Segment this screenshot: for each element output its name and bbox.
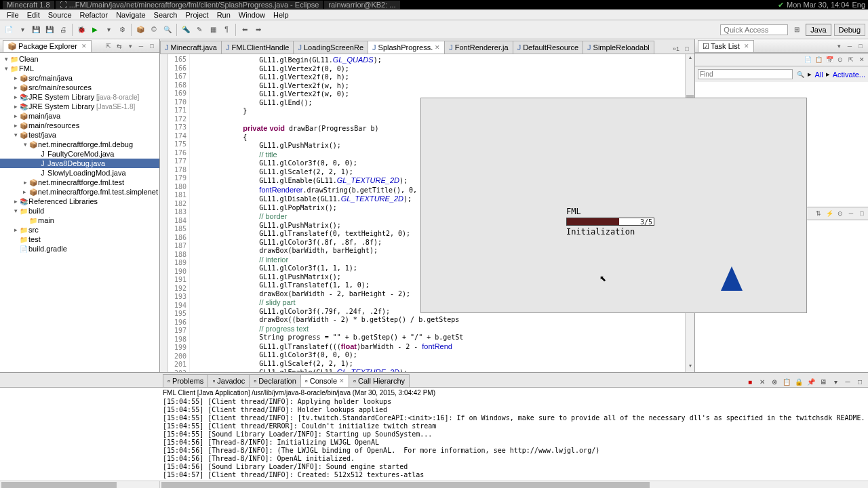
tree-item[interactable]: ▸📦src/main/java bbox=[0, 73, 159, 83]
toggle-ws-button[interactable]: ¶ bbox=[220, 24, 233, 36]
menu-window[interactable]: Window bbox=[235, 10, 269, 20]
minimize-icon[interactable]: ─ bbox=[845, 41, 854, 51]
expand-icon[interactable]: ▾ bbox=[12, 131, 19, 138]
close-icon[interactable]: ✕ bbox=[435, 44, 440, 51]
expand-icon[interactable]: ▸ bbox=[12, 84, 19, 91]
expand-icon[interactable]: ▾ bbox=[3, 65, 9, 72]
expand-icon[interactable]: ▸ bbox=[12, 103, 19, 110]
line-number-gutter[interactable]: 165 166 167 168 169 170 171 172 173 174 … bbox=[168, 54, 190, 372]
minimize-icon[interactable]: ─ bbox=[136, 41, 146, 51]
tree-item[interactable]: 📄build.gradle bbox=[0, 244, 159, 253]
marker-ruler[interactable] bbox=[160, 54, 168, 372]
editor-tab[interactable]: JDefaultResource bbox=[513, 41, 583, 54]
maximize-icon[interactable]: □ bbox=[856, 41, 865, 51]
menu-edit[interactable]: Edit bbox=[23, 10, 44, 20]
dropdown-icon[interactable]: ▾ bbox=[16, 24, 28, 36]
minimize-icon[interactable]: ─ bbox=[842, 376, 853, 387]
filter-icon[interactable]: ⚡ bbox=[825, 209, 834, 218]
open-type-button[interactable]: 🔍 bbox=[161, 24, 174, 36]
collapse-icon[interactable]: ⇱ bbox=[846, 55, 856, 64]
bottom-tab-call hierarchy[interactable]: ▫Call Hierarchy bbox=[349, 374, 410, 387]
run-dropdown[interactable]: ▾ bbox=[102, 24, 115, 36]
maximize-icon[interactable]: □ bbox=[682, 44, 692, 54]
tree-item[interactable]: 📁main bbox=[0, 216, 159, 225]
menu-source[interactable]: Source bbox=[44, 10, 76, 20]
tree-item[interactable]: ▾📦test/java bbox=[0, 130, 159, 140]
debug-perspective[interactable]: Debug bbox=[834, 24, 865, 36]
close-icon[interactable]: ✕ bbox=[81, 43, 87, 49]
search-icon[interactable]: 🔍 bbox=[795, 70, 805, 79]
bottom-tab-declaration[interactable]: ▫Declaration bbox=[249, 374, 301, 387]
menu-run[interactable]: Run bbox=[213, 10, 235, 20]
toggle-mark-button[interactable]: ✎ bbox=[193, 24, 205, 36]
focus-icon[interactable]: ⊙ bbox=[835, 209, 845, 218]
tree-item[interactable]: ▸📦net.minecraftforge.fml.test.simplenet bbox=[0, 187, 159, 197]
console-output[interactable]: [15:04:55] [Client thread/INFO]: Applyin… bbox=[0, 398, 868, 481]
scroll-down-icon[interactable]: ▾ bbox=[686, 363, 694, 372]
tree-item[interactable]: JSlowlyLoadingMod.java bbox=[0, 168, 159, 178]
display-icon[interactable]: 🖥 bbox=[818, 376, 829, 387]
close-icon[interactable]: ✕ bbox=[339, 378, 344, 384]
task-list-tab[interactable]: ☑ Task List ✕ bbox=[698, 40, 754, 52]
pin-icon[interactable]: 📌 bbox=[806, 376, 816, 387]
expand-icon[interactable]: ▸ bbox=[22, 179, 28, 186]
tree-item[interactable]: ▸📦main/resources bbox=[0, 121, 159, 130]
taskbar-item[interactable]: rainwarrior@KB2: ... bbox=[324, 1, 399, 9]
view-menu-icon[interactable]: ▾ bbox=[834, 41, 844, 51]
tree-item[interactable]: 📁test bbox=[0, 235, 159, 244]
expand-icon[interactable]: ▸ bbox=[12, 226, 19, 233]
expand-icon[interactable]: ▾ bbox=[3, 56, 9, 62]
toggle-block-button[interactable]: ▦ bbox=[207, 24, 219, 36]
run-button[interactable]: ▶ bbox=[89, 24, 101, 36]
view-menu-icon[interactable]: ▾ bbox=[125, 41, 135, 51]
close-icon[interactable]: ✕ bbox=[744, 43, 749, 49]
new-class-button[interactable]: © bbox=[148, 24, 160, 36]
focus-icon[interactable]: ⊙ bbox=[835, 55, 845, 64]
search-button[interactable]: 🔦 bbox=[180, 24, 192, 36]
expand-icon[interactable]: ▾ bbox=[22, 141, 28, 148]
expand-icon[interactable]: ▸ bbox=[22, 188, 28, 195]
menu-file[interactable]: File bbox=[3, 10, 23, 20]
tree-item[interactable]: ▸📦main/java bbox=[0, 111, 159, 121]
maximize-icon[interactable]: □ bbox=[857, 209, 867, 218]
expand-icon[interactable]: ▸ bbox=[12, 113, 19, 119]
editor-tab[interactable]: JLoadingScreenRe bbox=[293, 41, 368, 54]
package-tree[interactable]: ▾📁Clean▾📁FML▸📦src/main/java▸📦src/main/re… bbox=[0, 53, 159, 372]
menu-navigate[interactable]: Navigate bbox=[112, 10, 149, 20]
tree-item[interactable]: ▸📚Referenced Libraries bbox=[0, 197, 159, 206]
editor-tab[interactable]: JSplashProgress.✕ bbox=[368, 41, 445, 54]
minimize-icon[interactable]: ─ bbox=[846, 209, 856, 218]
maximize-icon[interactable]: □ bbox=[854, 376, 865, 387]
categorize-icon[interactable]: 📋 bbox=[814, 55, 823, 64]
activate-link[interactable]: Activate... bbox=[833, 70, 865, 79]
scroll-up-icon[interactable]: ▴ bbox=[686, 54, 694, 64]
remove-launch-icon[interactable]: ✕ bbox=[757, 376, 768, 387]
new-task-icon[interactable]: 📄 bbox=[803, 55, 812, 64]
tree-item[interactable]: ▸📚JRE System Library [java-8-oracle] bbox=[0, 92, 159, 102]
terminate-icon[interactable]: ■ bbox=[745, 376, 755, 387]
save-all-button[interactable]: 💾 bbox=[43, 24, 56, 36]
ext-tools-button[interactable]: ⚙ bbox=[116, 24, 128, 36]
expand-icon[interactable]: ▸ bbox=[12, 75, 19, 81]
remove-all-icon[interactable]: ⊗ bbox=[769, 376, 780, 387]
forward-button[interactable]: ➡ bbox=[252, 24, 264, 36]
package-explorer-tab[interactable]: 📦 Package Explorer ✕ bbox=[3, 40, 92, 52]
expand-icon[interactable]: ▸ bbox=[12, 198, 19, 205]
save-button[interactable]: 💾 bbox=[30, 24, 42, 36]
tree-item[interactable]: ▸📚JRE System Library [JavaSE-1.8] bbox=[0, 102, 159, 111]
hide-icon[interactable]: ✕ bbox=[857, 55, 867, 64]
tree-item[interactable]: ▸📦net.minecraftforge.fml.test bbox=[0, 178, 159, 187]
editor-tab[interactable]: JFontRenderer.ja bbox=[444, 41, 513, 54]
menu-search[interactable]: Search bbox=[150, 10, 182, 20]
lang-indicator[interactable]: Eng bbox=[852, 1, 865, 9]
menu-help[interactable]: Help bbox=[269, 10, 293, 20]
scroll-lock-icon[interactable]: 🔒 bbox=[793, 376, 804, 387]
tree-item[interactable]: ▸📦src/main/resources bbox=[0, 83, 159, 92]
open-perspective-button[interactable]: ⊞ bbox=[791, 24, 803, 36]
tree-item[interactable]: JFaultyCoreMod.java bbox=[0, 149, 159, 159]
quick-access-input[interactable] bbox=[720, 24, 788, 35]
open-console-icon[interactable]: ▾ bbox=[830, 376, 841, 387]
horizontal-scrollbar[interactable] bbox=[0, 481, 868, 488]
task-find-input[interactable] bbox=[698, 69, 793, 79]
print-button[interactable]: 🖨 bbox=[57, 24, 69, 36]
